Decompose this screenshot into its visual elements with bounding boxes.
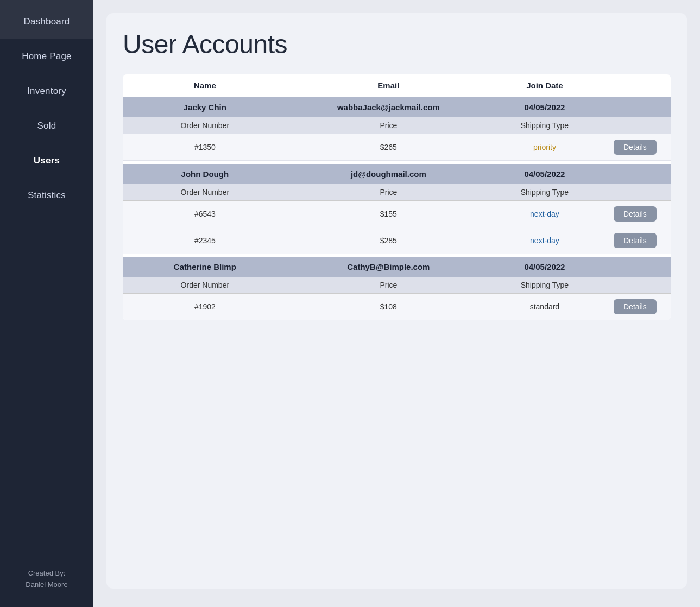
order-col-number: Order Number: [123, 117, 287, 134]
order-shipping-1350: priority: [490, 134, 600, 161]
order-shipping-2345: next-day: [490, 227, 600, 254]
user-row-john: John Dough jd@doughmail.com 04/05/2022: [123, 164, 671, 184]
main-content: User Accounts Name Email Join Date Jacky…: [93, 0, 700, 607]
col-header-action: [600, 74, 671, 97]
sidebar: Dashboard Home Page Inventory Sold Users…: [0, 0, 93, 607]
sidebar-item-users[interactable]: Users: [0, 143, 93, 178]
order-header-catherine: Order Number Price Shipping Type: [123, 277, 671, 294]
order-col-number-2: Order Number: [123, 184, 287, 201]
order-row-1350: #1350 $265 priority Details: [123, 134, 671, 161]
sidebar-nav: Dashboard Home Page Inventory Sold Users…: [0, 0, 93, 557]
order-number-2345: #2345: [123, 227, 287, 254]
order-col-shipping: Shipping Type: [490, 117, 600, 134]
order-price-1350: $265: [287, 134, 490, 161]
order-col-shipping-3: Shipping Type: [490, 277, 600, 294]
order-price-6543: $155: [287, 200, 490, 227]
col-header-joindate: Join Date: [490, 74, 600, 97]
order-col-price-2: Price: [287, 184, 490, 201]
sidebar-footer: Created By: Daniel Moore: [20, 557, 73, 607]
order-row-6543: #6543 $155 next-day Details: [123, 200, 671, 227]
user-row-jacky: Jacky Chin wabbaJack@jackmail.com 04/05/…: [123, 97, 671, 118]
sidebar-item-dashboard[interactable]: Dashboard: [0, 0, 93, 39]
user-joindate-jacky: 04/05/2022: [490, 97, 600, 118]
order-price-1902: $108: [287, 294, 490, 320]
user-email-jacky: wabbaJack@jackmail.com: [287, 97, 490, 118]
sidebar-item-inventory[interactable]: Inventory: [0, 74, 93, 109]
order-price-2345: $285: [287, 227, 490, 254]
order-shipping-1902: standard: [490, 294, 600, 320]
details-button-1902[interactable]: Details: [614, 299, 657, 314]
order-col-shipping-2: Shipping Type: [490, 184, 600, 201]
order-shipping-6543: next-day: [490, 200, 600, 227]
order-col-price: Price: [287, 117, 490, 134]
sidebar-item-statistics[interactable]: Statistics: [0, 178, 93, 213]
order-number-1902: #1902: [123, 294, 287, 320]
user-joindate-john: 04/05/2022: [490, 164, 600, 184]
sidebar-item-sold[interactable]: Sold: [0, 109, 93, 143]
order-header-jacky: Order Number Price Shipping Type: [123, 117, 671, 134]
user-email-catherine: CathyB@Bimple.com: [287, 257, 490, 277]
details-button-6543[interactable]: Details: [614, 206, 657, 222]
order-col-price-3: Price: [287, 277, 490, 294]
user-name-john: John Dough: [123, 164, 287, 184]
order-row-2345: #2345 $285 next-day Details: [123, 227, 671, 254]
details-button-1350[interactable]: Details: [614, 140, 657, 155]
order-col-number-3: Order Number: [123, 277, 287, 294]
order-number-1350: #1350: [123, 134, 287, 161]
order-row-1902: #1902 $108 standard Details: [123, 294, 671, 320]
user-row-catherine: Catherine Blimp CathyB@Bimple.com 04/05/…: [123, 257, 671, 277]
order-header-john: Order Number Price Shipping Type: [123, 184, 671, 201]
user-name-jacky: Jacky Chin: [123, 97, 287, 118]
main-inner: User Accounts Name Email Join Date Jacky…: [106, 13, 687, 589]
users-table: Name Email Join Date Jacky Chin wabbaJac…: [123, 74, 671, 320]
order-number-6543: #6543: [123, 200, 287, 227]
col-header-name: Name: [123, 74, 287, 97]
user-name-catherine: Catherine Blimp: [123, 257, 287, 277]
col-header-email: Email: [287, 74, 490, 97]
details-button-2345[interactable]: Details: [614, 233, 657, 248]
user-joindate-catherine: 04/05/2022: [490, 257, 600, 277]
user-email-john: jd@doughmail.com: [287, 164, 490, 184]
page-title: User Accounts: [123, 29, 671, 59]
sidebar-item-home-page[interactable]: Home Page: [0, 39, 93, 74]
